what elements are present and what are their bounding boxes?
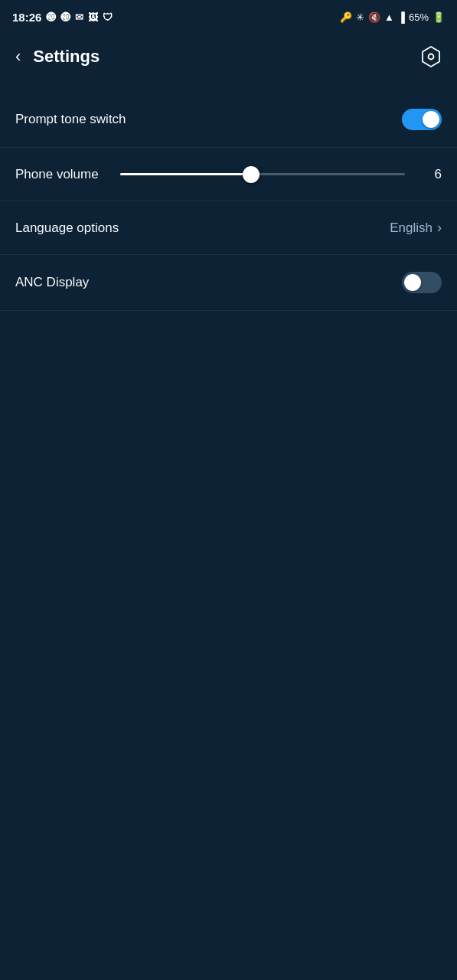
- slider-track: [120, 173, 405, 175]
- settings-list: Prompt tone switch Phone volume 6 Langua…: [0, 92, 457, 311]
- notification-24-icon-2: ⓴: [60, 11, 70, 23]
- notification-24-icon-1: ⓴: [46, 11, 56, 23]
- status-bar: 18:26 ⓴ ⓴ ✉ 🖼 🛡 🔑 ✳ 🔇 ▲ ▐ 65% 🔋: [0, 0, 457, 34]
- mail-icon: ✉: [75, 11, 83, 23]
- anc-display-toggle-thumb: [404, 274, 421, 291]
- battery-icon: 🔋: [433, 11, 445, 23]
- status-time: 18:26: [12, 11, 41, 24]
- language-options-label: Language options: [15, 220, 119, 236]
- language-options-row[interactable]: Language options English ›: [0, 201, 457, 255]
- phone-volume-row: Phone volume 6: [0, 148, 457, 201]
- shield-status-icon: 🛡: [103, 11, 113, 23]
- status-bar-left: 18:26 ⓴ ⓴ ✉ 🖼 🛡: [12, 11, 113, 24]
- mute-icon: 🔇: [368, 11, 380, 23]
- phone-volume-label: Phone volume: [15, 167, 99, 182]
- language-value: English: [390, 220, 433, 236]
- svg-marker-0: [423, 47, 439, 67]
- anc-display-row: ANC Display: [0, 255, 457, 311]
- photos-icon: 🖼: [88, 11, 98, 23]
- prompt-tone-row: Prompt tone switch: [0, 92, 457, 148]
- battery-percent: 65%: [409, 11, 429, 23]
- wifi-icon: ▲: [384, 11, 394, 23]
- slider-fill: [120, 173, 251, 175]
- page-title: Settings: [33, 47, 408, 67]
- settings-hex-icon[interactable]: [417, 43, 445, 70]
- slider-thumb[interactable]: [243, 166, 260, 183]
- chevron-right-icon: ›: [437, 220, 442, 236]
- svg-point-1: [429, 54, 434, 60]
- status-bar-right: 🔑 ✳ 🔇 ▲ ▐ 65% 🔋: [340, 11, 445, 23]
- back-button[interactable]: ‹: [12, 44, 24, 70]
- signal-icon: ▐: [398, 11, 405, 23]
- language-right: English ›: [390, 220, 442, 236]
- prompt-tone-toggle[interactable]: [402, 109, 442, 130]
- key-icon: 🔑: [340, 11, 352, 23]
- volume-slider-container[interactable]: [120, 173, 405, 175]
- prompt-tone-toggle-thumb: [423, 111, 439, 128]
- anc-display-toggle[interactable]: [402, 272, 442, 293]
- bluetooth-icon: ✳: [356, 11, 364, 23]
- volume-value: 6: [426, 167, 442, 182]
- prompt-tone-label: Prompt tone switch: [15, 112, 126, 127]
- header: ‹ Settings: [0, 34, 457, 86]
- anc-display-label: ANC Display: [15, 275, 89, 290]
